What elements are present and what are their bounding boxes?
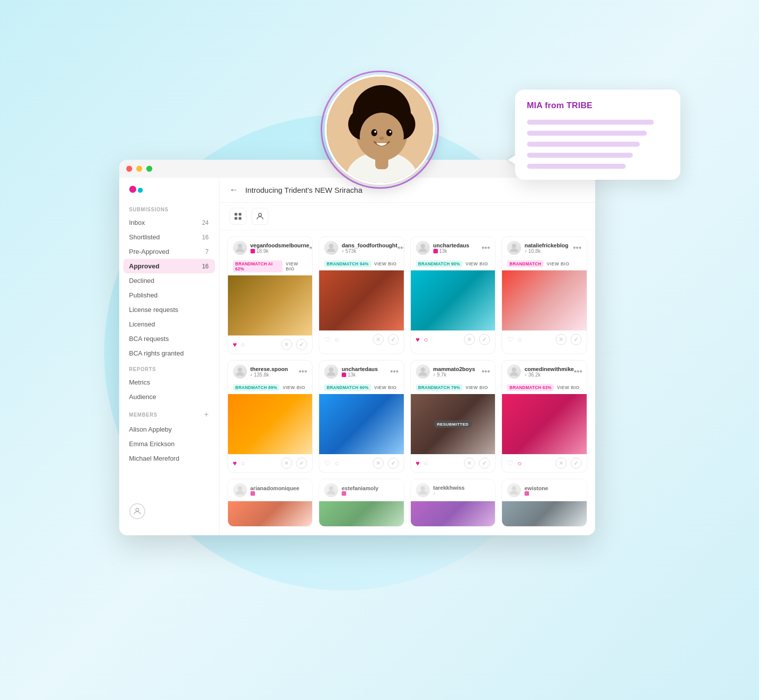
card-image-5[interactable]	[228, 394, 313, 454]
grid-card-1[interactable]: veganfoodsmelbourne 18.9k •••	[227, 236, 313, 354]
card-menu-3[interactable]: •••	[481, 243, 490, 252]
approve-action-2[interactable]: ✓	[388, 334, 399, 345]
svg-point-11	[512, 244, 516, 248]
decline-action-7[interactable]: ✕	[464, 458, 475, 469]
sidebar-item-published[interactable]: Published	[119, 288, 219, 302]
heart-icon-7[interactable]: ♥	[416, 459, 420, 467]
card-image-7[interactable]: RESUBMITTED	[411, 394, 495, 454]
sidebar-item-bca-rights[interactable]: BCA rights granted	[119, 346, 219, 361]
svg-rect-20	[342, 491, 346, 496]
view-bio-5[interactable]: VIEW BIO	[283, 385, 305, 390]
decline-action-6[interactable]: ✕	[373, 458, 384, 469]
svg-point-38	[374, 131, 376, 133]
person-view-button[interactable]	[251, 208, 269, 225]
card-image-1[interactable]	[228, 275, 313, 335]
grid-card-3[interactable]: unchartedaus 13k •••	[410, 236, 496, 354]
view-bio-2[interactable]: VIEW BIO	[374, 261, 397, 266]
comment-icon-8[interactable]: ○	[518, 459, 522, 467]
approve-action-5[interactable]: ✓	[296, 458, 307, 469]
approve-action-3[interactable]: ✓	[479, 334, 490, 345]
card-menu-7[interactable]: •••	[481, 367, 490, 376]
sidebar-item-license-requests[interactable]: License requests	[119, 302, 219, 317]
card-image-11[interactable]	[411, 501, 495, 526]
card-image-6[interactable]	[319, 394, 404, 454]
decline-action-1[interactable]: ✕	[281, 339, 292, 350]
approve-action-6[interactable]: ✓	[388, 458, 399, 469]
card-menu-4[interactable]: •••	[573, 243, 582, 252]
sidebar-item-shortlisted[interactable]: Shortlisted 16	[119, 230, 219, 244]
heart-icon-3[interactable]: ♥	[416, 335, 420, 343]
grid-card-2[interactable]: dans_foodforthought ♪ 573k ••• BRANDMA	[319, 236, 404, 354]
brandmatch-5: BRANDMATCH 89% VIEW BIO	[228, 383, 313, 394]
card-menu-8[interactable]: •••	[574, 367, 582, 376]
approve-action-7[interactable]: ✓	[479, 458, 490, 469]
card-image-8[interactable]	[502, 394, 587, 454]
approve-action-4[interactable]: ✓	[571, 334, 582, 345]
decline-action-2[interactable]: ✕	[373, 334, 384, 345]
heart-icon-4[interactable]: ♡	[507, 335, 514, 343]
comment-icon-6[interactable]: ○	[335, 459, 339, 467]
sidebar-item-metrics[interactable]: Metrics	[119, 375, 219, 390]
comment-icon-2[interactable]: ○	[335, 335, 339, 343]
view-bio-3[interactable]: VIEW BIO	[465, 261, 488, 266]
sidebar-item-alison[interactable]: Alison Appleby	[119, 422, 219, 437]
card-image-12[interactable]	[502, 501, 587, 526]
card-image-3[interactable]	[411, 270, 495, 330]
grid-card-5[interactable]: therese.spoon ♪ 135.8k ••• BRANDMATCH	[227, 360, 313, 473]
card-menu-2[interactable]: •••	[397, 243, 404, 252]
view-bio-6[interactable]: VIEW BIO	[374, 385, 397, 390]
card-image-2[interactable]	[319, 270, 404, 330]
sidebar-item-approved[interactable]: Approved 16	[123, 259, 215, 273]
decline-action-8[interactable]: ✕	[556, 458, 567, 469]
approve-action-1[interactable]: ✓	[296, 339, 307, 350]
heart-icon-8[interactable]: ♡	[507, 459, 514, 467]
comment-icon-4[interactable]: ○	[518, 335, 522, 343]
grid-card-11[interactable]: tarekkhwiss ♪	[410, 479, 496, 527]
sidebar-item-emma[interactable]: Emma Erickson	[119, 437, 219, 451]
sidebar-item-declined[interactable]: Declined	[119, 273, 219, 288]
grid-card-12[interactable]: ewistone	[501, 479, 587, 527]
grid-card-4[interactable]: nataliefrickeblog ♪ 10.8k ••• BRANDMAT	[501, 236, 587, 354]
grid-card-9[interactable]: arianadomoniquee	[227, 479, 313, 527]
heart-icon-5[interactable]: ♥	[233, 459, 237, 467]
view-bio-8[interactable]: VIEW BIO	[557, 385, 580, 390]
heart-icon-6[interactable]: ♡	[324, 459, 331, 467]
card-image-10[interactable]	[319, 501, 404, 526]
sidebar-item-licensed[interactable]: Licensed	[119, 317, 219, 331]
user-account-icon[interactable]	[129, 503, 145, 519]
followers-8: ♪ 36.2k	[525, 372, 574, 378]
sidebar-item-inbox[interactable]: Inbox 24	[119, 215, 219, 230]
grid-card-7[interactable]: mammato2boys ♪ 9.7k ••• BRANDMATCH 79%	[410, 360, 496, 473]
sidebar-item-bca-requests[interactable]: BCA requests	[119, 331, 219, 346]
approve-action-8[interactable]: ✓	[571, 458, 582, 469]
grid-card-8[interactable]: comedinewithmike ♪ 36.2k ••• BRANDMATC	[501, 360, 587, 473]
add-member-icon[interactable]: +	[204, 410, 208, 419]
heart-icon-2[interactable]: ♡	[324, 335, 331, 343]
view-bio-1[interactable]: VIEW BIO	[286, 261, 307, 271]
decline-action-5[interactable]: ✕	[281, 458, 292, 469]
decline-action-3[interactable]: ✕	[464, 334, 475, 345]
decline-action-4[interactable]: ✕	[556, 334, 567, 345]
window-maximize-dot[interactable]	[146, 166, 152, 172]
sidebar-item-michael[interactable]: Michael Mereford	[119, 451, 219, 466]
card-image-4[interactable]	[502, 270, 587, 330]
card-menu-6[interactable]: •••	[390, 367, 399, 376]
sidebar-item-audience[interactable]: Audience	[119, 390, 219, 404]
card-menu-5[interactable]: •••	[299, 367, 307, 376]
grid-view-button[interactable]	[229, 208, 246, 225]
comment-icon-1[interactable]: ○	[241, 340, 245, 348]
heart-icon-1[interactable]: ♥	[233, 340, 237, 348]
comment-icon-5[interactable]: ○	[241, 459, 245, 467]
comment-icon-7[interactable]: ○	[424, 459, 428, 467]
window-minimize-dot[interactable]	[136, 166, 142, 172]
view-bio-7[interactable]: VIEW BIO	[465, 385, 488, 390]
comment-icon-3[interactable]: ○	[424, 335, 428, 343]
grid-card-10[interactable]: estefaniamoly	[319, 479, 404, 527]
card-menu-1[interactable]: •••	[309, 243, 313, 252]
view-bio-4[interactable]: VIEW BIO	[547, 261, 569, 266]
grid-card-6[interactable]: unchartedaus 13k •••	[319, 360, 404, 473]
sidebar-item-pre-approved[interactable]: Pre-Approved 7	[119, 244, 219, 259]
window-close-dot[interactable]	[126, 166, 132, 172]
back-button[interactable]: ←	[229, 185, 238, 195]
card-image-9[interactable]	[228, 501, 313, 526]
